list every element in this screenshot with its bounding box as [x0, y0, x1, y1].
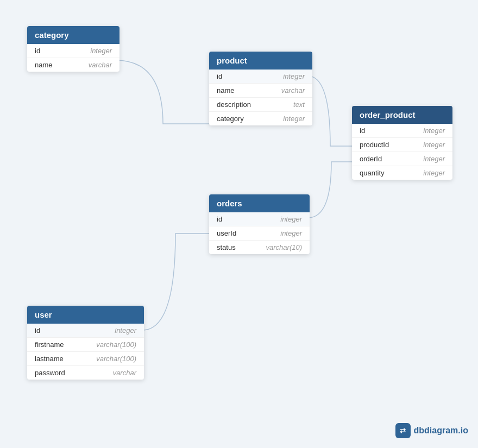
table-row: id integer: [27, 44, 120, 58]
table-row: userId integer: [209, 226, 310, 241]
table-row: id integer: [209, 212, 310, 226]
table-row: orderId integer: [352, 152, 452, 166]
table-user: user id integer firstname varchar(100) l…: [27, 306, 144, 380]
watermark: ⇄ dbdiagram.io: [395, 423, 468, 438]
table-orders-header: orders: [209, 194, 310, 212]
table-product: product id integer name varchar descript…: [209, 52, 312, 125]
watermark-text: dbdiagram.io: [414, 426, 468, 436]
table-row: firstname varchar(100): [27, 338, 144, 352]
table-product-header: product: [209, 52, 312, 70]
table-row: id integer: [352, 124, 452, 138]
table-row: quantity integer: [352, 166, 452, 180]
table-order-product: order_product id integer productId integ…: [352, 106, 452, 180]
table-row: password varchar: [27, 366, 144, 380]
watermark-icon: ⇄: [395, 423, 411, 438]
table-row: lastname varchar(100): [27, 352, 144, 366]
table-row: productId integer: [352, 138, 452, 152]
table-category: category id integer name varchar: [27, 26, 120, 72]
table-order-product-header: order_product: [352, 106, 452, 124]
table-row: id integer: [209, 70, 312, 84]
table-row: category integer: [209, 112, 312, 125]
table-user-header: user: [27, 306, 144, 324]
table-orders: orders id integer userId integer status …: [209, 194, 310, 254]
table-row: status varchar(10): [209, 241, 310, 254]
table-category-header: category: [27, 26, 120, 44]
table-row: description text: [209, 98, 312, 112]
table-row: name varchar: [209, 84, 312, 98]
table-row: name varchar: [27, 58, 120, 72]
table-row: id integer: [27, 324, 144, 338]
